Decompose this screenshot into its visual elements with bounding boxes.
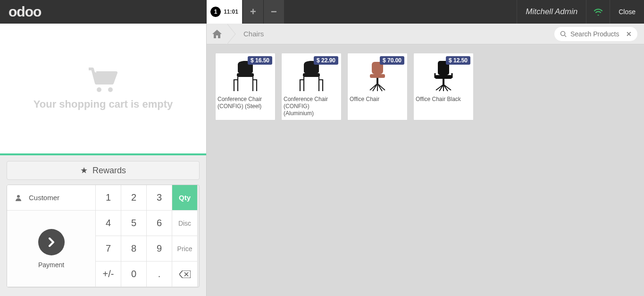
rewards-button[interactable]: ★ Rewards xyxy=(7,161,200,180)
add-order-button[interactable]: + xyxy=(243,0,263,24)
keypad-4[interactable]: 4 xyxy=(96,211,121,236)
cart-icon xyxy=(87,67,120,93)
remove-order-button[interactable]: − xyxy=(263,0,284,24)
backspace-icon xyxy=(179,271,191,278)
mode-disc-button[interactable]: Disc xyxy=(172,211,198,236)
keypad-3[interactable]: 3 xyxy=(147,185,172,211)
payment-label: Payment xyxy=(38,261,64,269)
search-box[interactable]: ✕ xyxy=(554,27,637,41)
price-tag: $ 70.00 xyxy=(380,56,404,65)
keypad-9[interactable]: 9 xyxy=(147,236,172,262)
payment-button[interactable]: Payment xyxy=(7,211,96,287)
product-name: Office Chair xyxy=(348,94,407,109)
keypad-dot[interactable]: . xyxy=(147,262,172,287)
left-panel: Your shopping cart is empty ★ Rewards Cu… xyxy=(0,24,207,296)
rewards-label: Rewards xyxy=(92,166,126,176)
product-name: Office Chair Black xyxy=(414,94,473,109)
plus-icon: + xyxy=(250,6,256,18)
keypad-0[interactable]: 0 xyxy=(121,262,147,287)
controls-area: ★ Rewards Customer 1 2 3 Qty Paym xyxy=(0,155,206,296)
customer-button[interactable]: Customer xyxy=(7,185,96,211)
keypad-plusminus[interactable]: +/- xyxy=(96,262,121,287)
product-card[interactable]: $ 12.50Office Chair Black xyxy=(413,53,474,120)
product-grid: $ 16.50Conference Chair (CONFIG) (Steel)… xyxy=(207,44,644,129)
svg-point-2 xyxy=(17,195,20,198)
close-label: Close xyxy=(619,8,636,16)
payment-circle xyxy=(38,229,65,255)
keypad-1[interactable]: 1 xyxy=(96,185,121,211)
svg-point-0 xyxy=(97,87,101,92)
chevron-right-icon xyxy=(46,237,57,247)
product-card[interactable]: $ 22.90Conference Chair (CONFIG) (Alumin… xyxy=(281,53,342,120)
keypad-backspace[interactable] xyxy=(172,262,198,287)
topbar-right: Mitchell Admin Close xyxy=(517,0,644,24)
order-time: 11:01 xyxy=(224,8,238,15)
breadcrumb-bar: Chairs ✕ xyxy=(207,24,644,44)
minus-icon: − xyxy=(271,6,277,18)
star-icon: ★ xyxy=(80,165,88,176)
price-tag: $ 12.50 xyxy=(446,56,470,65)
right-panel: Chairs ✕ $ 16.50Conference Chair (CONFIG… xyxy=(207,24,644,296)
breadcrumb-category[interactable]: Chairs xyxy=(236,30,271,38)
odoo-logo: odoo xyxy=(8,4,41,20)
product-card[interactable]: $ 70.00Office Chair xyxy=(347,53,408,120)
price-tag: $ 16.50 xyxy=(248,56,272,65)
cart-area: Your shopping cart is empty xyxy=(0,24,206,155)
keypad-8[interactable]: 8 xyxy=(121,236,147,262)
search-clear-icon[interactable]: ✕ xyxy=(626,30,632,38)
main: Your shopping cart is empty ★ Rewards Cu… xyxy=(0,24,644,296)
keypad-6[interactable]: 6 xyxy=(147,211,172,236)
home-icon xyxy=(212,30,222,38)
user-name[interactable]: Mitchell Admin xyxy=(517,0,586,24)
order-badge: 1 xyxy=(210,7,221,17)
user-icon xyxy=(15,194,22,202)
keypad: Customer 1 2 3 Qty Payment 4 5 6 Disc xyxy=(7,185,200,288)
search-input[interactable] xyxy=(570,30,622,38)
search-icon xyxy=(560,31,567,37)
customer-label: Customer xyxy=(29,194,59,202)
breadcrumb-separator xyxy=(227,24,236,44)
svg-point-3 xyxy=(561,31,565,35)
product-name: Conference Chair (CONFIG) (Aluminium) xyxy=(282,94,341,120)
close-button[interactable]: Close xyxy=(610,0,644,24)
wifi-icon xyxy=(594,8,603,16)
mode-qty-button[interactable]: Qty xyxy=(172,185,198,211)
order-tabs: 1 11:01 + − xyxy=(207,0,284,24)
mode-price-button[interactable]: Price xyxy=(172,236,198,262)
product-name: Conference Chair (CONFIG) (Steel) xyxy=(216,94,275,113)
cart-empty-text: Your shopping cart is empty xyxy=(33,98,173,110)
keypad-2[interactable]: 2 xyxy=(121,185,147,211)
connection-status-button[interactable] xyxy=(586,0,610,24)
keypad-5[interactable]: 5 xyxy=(121,211,147,236)
keypad-7[interactable]: 7 xyxy=(96,236,121,262)
product-card[interactable]: $ 16.50Conference Chair (CONFIG) (Steel) xyxy=(215,53,276,120)
svg-point-1 xyxy=(108,87,113,92)
logo-zone: odoo xyxy=(0,0,207,24)
order-tab-1[interactable]: 1 11:01 xyxy=(207,0,243,24)
breadcrumb-home[interactable] xyxy=(207,24,227,44)
top-bar: odoo 1 11:01 + − Mitchell Admin Close xyxy=(0,0,644,24)
price-tag: $ 22.90 xyxy=(314,56,338,65)
